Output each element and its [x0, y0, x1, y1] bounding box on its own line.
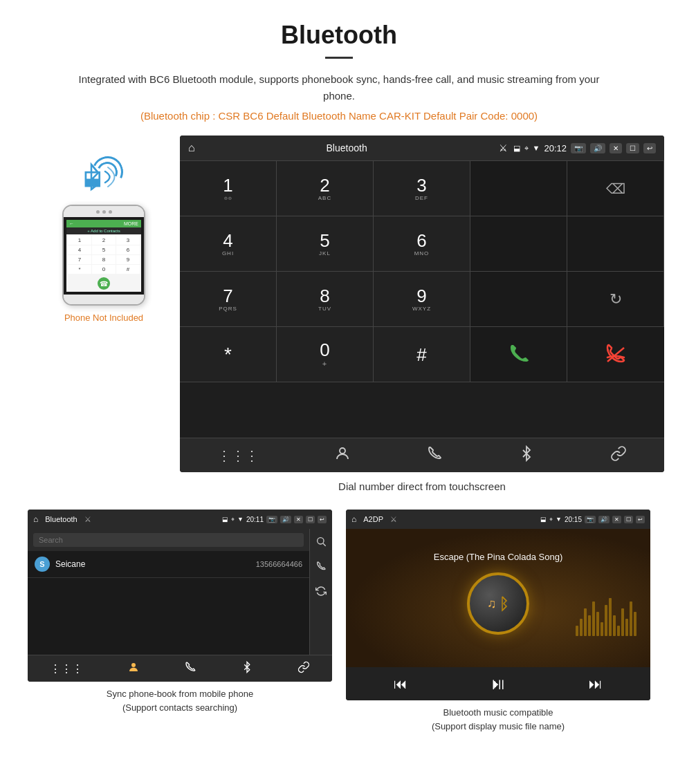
- phone-key: 0: [92, 265, 116, 274]
- dial-key-5[interactable]: 5 JKL: [277, 216, 374, 272]
- pb-contacts-list: S Seicane 13566664466: [28, 551, 309, 655]
- music-vol-btn[interactable]: 🔊: [598, 516, 610, 523]
- dial-key-4[interactable]: 4 GHI: [180, 216, 277, 272]
- dial-display-row3: [470, 272, 567, 327]
- refresh-icon: ↻: [610, 290, 622, 308]
- dial-refresh-cell[interactable]: ↻: [567, 272, 664, 327]
- pb-user-icon[interactable]: [127, 661, 140, 676]
- phone-call-btn: ☎: [98, 277, 110, 290]
- dial-key-star[interactable]: *: [180, 327, 277, 382]
- dial-screen: ⌂ Bluetooth ⚔ ⬓ ⌖ ▼ 20:12 📷 🔊 ✕ ☐ ↩: [180, 136, 664, 472]
- phone-dot-3: [109, 210, 112, 214]
- pb-home-icon[interactable]: ⌂: [33, 514, 38, 524]
- dial-key-3[interactable]: 3 DEF: [374, 161, 470, 216]
- dialpad-icon[interactable]: ⋮⋮⋮: [217, 447, 259, 464]
- pb-call-icon[interactable]: [315, 561, 327, 575]
- middle-section: ⬓: [28, 136, 650, 506]
- dial-call-red-cell[interactable]: [567, 327, 664, 382]
- dial-status-bar: ⌂ Bluetooth ⚔ ⬓ ⌖ ▼ 20:12 📷 🔊 ✕ ☐ ↩: [180, 136, 664, 160]
- bluetooth-toolbar-icon[interactable]: [518, 445, 535, 465]
- dial-key-1[interactable]: 1 ⌾⌾: [180, 161, 277, 216]
- svg-point-4: [340, 448, 345, 454]
- music-back-btn[interactable]: ↩: [636, 516, 645, 523]
- contacts-icon[interactable]: [334, 445, 351, 465]
- music-cam-btn[interactable]: 📷: [585, 516, 596, 523]
- dial-key-7[interactable]: 7 PQRS: [180, 272, 277, 327]
- pb-link-icon[interactable]: [297, 661, 310, 676]
- phonebook-caption: Sync phone-book from mobile phone (Suppo…: [28, 687, 332, 714]
- dial-screen-title: Bluetooth: [201, 142, 493, 153]
- person-active-icon: [127, 661, 140, 673]
- pb-search-row: [28, 529, 309, 551]
- dial-empty-r2c5: [567, 216, 664, 272]
- contact-number: 13566664466: [256, 560, 302, 568]
- eq-bars: [576, 595, 636, 636]
- eq-bar: [609, 598, 612, 636]
- pb-search-icon[interactable]: [315, 536, 327, 550]
- pb-screen-btn[interactable]: ☐: [306, 516, 315, 523]
- svg-text:♫: ♫: [487, 597, 497, 610]
- music-close-btn[interactable]: ✕: [612, 516, 621, 523]
- pb-contact-row[interactable]: S Seicane 13566664466: [28, 551, 309, 578]
- pb-main-content: S Seicane 13566664466: [28, 529, 309, 655]
- dial-key-6[interactable]: 6 MNO: [374, 216, 470, 272]
- eq-bar: [630, 601, 632, 636]
- dial-key-9[interactable]: 9 WXYZ: [374, 272, 470, 327]
- camera-icon-btn[interactable]: 📷: [571, 143, 586, 153]
- pb-bluetooth-icon[interactable]: [241, 661, 253, 676]
- phone-icon[interactable]: [426, 445, 443, 465]
- dial-key-hash[interactable]: #: [374, 327, 470, 382]
- pb-close-btn[interactable]: ✕: [294, 516, 303, 523]
- phone-not-included-label: Phone Not Included: [64, 312, 143, 323]
- phone-key: 4: [68, 245, 91, 254]
- phone-dot-2: [102, 210, 106, 214]
- dial-screen-wrapper: ⌂ Bluetooth ⚔ ⬓ ⌖ ▼ 20:12 📷 🔊 ✕ ☐ ↩: [180, 136, 664, 506]
- pb-cam-btn[interactable]: 📷: [266, 516, 277, 523]
- pb-wifi-icon: ▼: [237, 516, 244, 523]
- play-pause-btn[interactable]: ⏯: [490, 674, 506, 693]
- dial-backspace-cell[interactable]: ⌫: [567, 161, 664, 216]
- pb-back-btn[interactable]: ↩: [318, 516, 327, 523]
- phone-screen: ← MORE + Add to Contacts 1 2 3 4 5 6 7 8…: [64, 217, 144, 295]
- music-status-right: ⬓ ⌖ ▼ 20:15 📷 🔊 ✕ ☐ ↩: [540, 516, 645, 523]
- dial-key-8[interactable]: 8 TUV: [277, 272, 374, 327]
- pb-status-bar: ⌂ Bluetooth ⚔ ⬓ ⌖ ▼ 20:11 📷 🔊 ✕ ☐ ↩: [28, 510, 332, 529]
- dial-call-green-cell[interactable]: [470, 327, 567, 382]
- pb-search-input[interactable]: [33, 533, 304, 547]
- phone-key: 9: [116, 255, 140, 264]
- eq-bar: [617, 626, 620, 636]
- dial-grid: 1 ⌾⌾ 2 ABC 3 DEF ⌫: [180, 160, 664, 438]
- title-section: Bluetooth Integrated with BC6 Bluetooth …: [28, 21, 650, 122]
- search-icon-svg: [315, 536, 327, 547]
- eq-bar: [576, 626, 578, 636]
- next-track-btn[interactable]: ⏭: [589, 676, 603, 692]
- pb-vol-btn[interactable]: 🔊: [280, 516, 291, 523]
- volume-icon-btn[interactable]: 🔊: [590, 143, 605, 153]
- music-home-icon[interactable]: ⌂: [351, 514, 356, 524]
- close-icon-btn[interactable]: ✕: [610, 143, 622, 153]
- phone-key: 6: [116, 245, 140, 254]
- pb-refresh-icon[interactable]: [315, 586, 327, 599]
- link-icon[interactable]: [610, 445, 627, 465]
- pb-screen-title: Bluetooth: [45, 515, 77, 523]
- pb-grid-icon[interactable]: ⋮⋮⋮: [50, 662, 83, 675]
- phone-dialpad: 1 2 3 4 5 6 7 8 9 * 0 #: [66, 234, 141, 275]
- phone-key: 2: [92, 236, 116, 245]
- eq-bar: [584, 608, 587, 636]
- dial-key-2[interactable]: 2 ABC: [277, 161, 374, 216]
- phone-key: 5: [92, 245, 116, 254]
- dial-key-0[interactable]: 0 +: [277, 327, 374, 382]
- phone-pb-svg: [184, 661, 196, 673]
- phone-bottom: [64, 295, 144, 304]
- eq-bar: [596, 612, 599, 636]
- screen-icon-btn[interactable]: ☐: [626, 143, 639, 153]
- call-icon-svg: [315, 561, 327, 572]
- home-icon[interactable]: ⌂: [188, 142, 195, 154]
- pb-usb-icon: ⚔: [84, 515, 91, 524]
- back-icon-btn[interactable]: ↩: [643, 143, 656, 153]
- pb-phone-icon[interactable]: [184, 661, 196, 676]
- music-bt-icon: ⬓: [540, 516, 547, 523]
- prev-track-btn[interactable]: ⏮: [394, 676, 407, 692]
- music-screen-btn[interactable]: ☐: [624, 516, 633, 523]
- music-album-art: ♫: [467, 572, 529, 635]
